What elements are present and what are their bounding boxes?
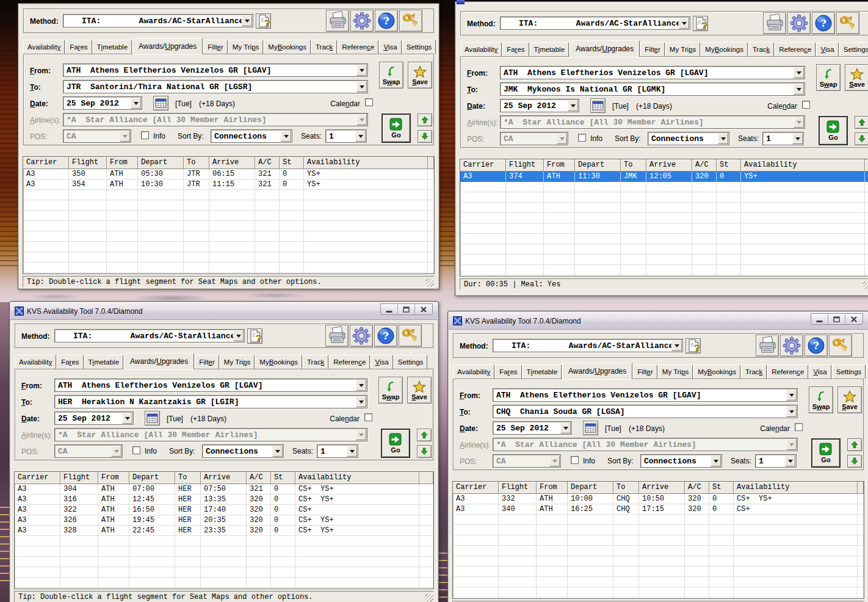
method-select[interactable]: ITA: Awards/AC-StarAlliance xyxy=(63,14,253,27)
help-button[interactable]: ? xyxy=(812,12,835,34)
titlebar[interactable]: KVS Availability Tool 7.0.4/Diamond xyxy=(10,302,438,320)
resize-grip[interactable] xyxy=(425,594,433,602)
column-header-from[interactable]: From xyxy=(537,482,568,494)
column-header-flight[interactable]: Flight xyxy=(60,472,98,484)
date-select[interactable]: 25 Sep 2012 xyxy=(493,421,572,435)
dropdown-arrow-button[interactable] xyxy=(568,100,578,111)
dropdown-arrow-button[interactable] xyxy=(718,133,728,144)
to-select[interactable]: JMK Mykonos Is National GR [LGMK] xyxy=(500,82,805,96)
column-header-carrier[interactable]: Carrier xyxy=(15,472,60,484)
tab-visa[interactable]: Visa xyxy=(809,364,831,379)
save-button[interactable]: Save xyxy=(407,377,432,404)
method-select[interactable]: ITA: Awards/AC-StarAlliance xyxy=(54,329,245,343)
table-row[interactable]: A3354ATH10:30JTR11:153210YS+ xyxy=(23,180,434,190)
help-button[interactable]: ? xyxy=(805,335,828,357)
next-day-button[interactable] xyxy=(855,132,868,145)
save-button[interactable]: Save xyxy=(408,62,432,89)
tab-awards-upgrades[interactable]: Awards/Upgrades xyxy=(124,353,194,369)
column-header-depart[interactable]: Depart xyxy=(129,472,175,484)
tab-availability[interactable]: Availability xyxy=(460,42,502,56)
seats-select[interactable]: 1 xyxy=(762,132,804,145)
dropdown-arrow-button[interactable] xyxy=(281,131,291,142)
column-header-depart[interactable]: Depart xyxy=(575,159,621,172)
column-header-carrier[interactable]: Carrier xyxy=(460,159,506,172)
method-select[interactable]: ITA: Awards/AC-StarAlliance xyxy=(493,339,683,352)
previous-day-button[interactable] xyxy=(847,438,862,451)
titlebar[interactable]: KVS Availability Tool 7.0.4/Diamond xyxy=(449,312,868,330)
column-header-st[interactable]: St xyxy=(271,472,295,484)
column-header-arrive[interactable]: Arrive xyxy=(209,157,255,169)
context-help-button[interactable]: ? xyxy=(693,16,708,31)
next-day-button[interactable] xyxy=(417,445,432,458)
go-button[interactable]: Go xyxy=(382,114,411,143)
tab-my-trips[interactable]: My Trips xyxy=(658,364,693,379)
previous-day-button[interactable] xyxy=(855,116,868,129)
column-header-from[interactable]: From xyxy=(544,159,575,172)
calendar-picker-button[interactable] xyxy=(145,411,160,426)
tab-availability[interactable]: Availability xyxy=(15,355,56,369)
dropdown-arrow-button[interactable] xyxy=(242,15,252,26)
sort-by-select[interactable]: Connections xyxy=(648,132,729,145)
column-header-st[interactable]: St xyxy=(709,482,734,494)
tab-reference[interactable]: Reference xyxy=(329,355,370,369)
close-button[interactable] xyxy=(845,314,863,324)
dropdown-arrow-button[interactable] xyxy=(122,413,132,424)
dropdown-arrow-button[interactable] xyxy=(679,18,689,29)
column-header-flight[interactable]: Flight xyxy=(499,482,537,494)
gear-button[interactable] xyxy=(350,325,373,347)
dropdown-arrow-button[interactable] xyxy=(356,380,366,391)
dropdown-arrow-button[interactable] xyxy=(786,390,797,401)
table-row[interactable]: A3374ATH11:30JMK12:053200YS+ xyxy=(460,172,868,182)
tab-track[interactable]: Track xyxy=(311,40,337,54)
column-header-carrier[interactable]: Carrier xyxy=(453,482,499,494)
tab-my-trips[interactable]: My Trips xyxy=(228,40,263,54)
tab-settings[interactable]: Settings xyxy=(402,40,436,54)
column-header-availability[interactable]: Availability xyxy=(741,159,865,172)
minimize-button[interactable] xyxy=(811,314,828,324)
tab-track[interactable]: Track xyxy=(748,42,774,56)
calendar-picker-button[interactable] xyxy=(153,96,168,111)
info-checkbox[interactable] xyxy=(578,134,586,142)
tab-fares[interactable]: Fares xyxy=(495,364,521,379)
sort-by-select[interactable]: Connections xyxy=(640,454,722,468)
column-header-availability[interactable]: Availability xyxy=(295,472,419,484)
column-header-from[interactable]: From xyxy=(107,157,138,169)
method-select[interactable]: ITA: Awards/AC-StarAlliance xyxy=(500,16,690,30)
tab-settings[interactable]: Settings xyxy=(839,42,868,56)
tab-fares[interactable]: Fares xyxy=(57,355,83,369)
close-button[interactable] xyxy=(415,304,432,314)
help-button[interactable]: ? xyxy=(375,10,398,32)
tab-reference[interactable]: Reference xyxy=(775,42,816,56)
table-row[interactable]: A3322ATH16:50HER17:403200CS+ xyxy=(15,505,433,515)
tab-awards-upgrades[interactable]: Awards/Upgrades xyxy=(570,40,640,57)
tab-my-bookings[interactable]: My Bookings xyxy=(264,40,311,54)
next-day-button[interactable] xyxy=(418,130,432,143)
tab-filter[interactable]: Filter xyxy=(633,364,657,379)
sort-by-select[interactable]: Connections xyxy=(211,129,292,143)
resize-grip[interactable] xyxy=(426,279,434,287)
tab-awards-upgrades[interactable]: Awards/Upgrades xyxy=(132,38,203,54)
seats-select[interactable]: 1 xyxy=(755,454,797,468)
keys-button[interactable] xyxy=(399,10,422,32)
column-header-to[interactable]: To xyxy=(175,472,201,484)
tab-awards-upgrades[interactable]: Awards/Upgrades xyxy=(562,363,632,379)
column-header-arrive[interactable]: Arrive xyxy=(646,159,692,172)
dropdown-arrow-button[interactable] xyxy=(794,84,804,95)
seats-select[interactable]: 1 xyxy=(325,129,367,143)
calendar-picker-button[interactable] xyxy=(583,421,598,435)
keys-button[interactable] xyxy=(829,335,852,357)
gear-button[interactable] xyxy=(787,12,811,34)
column-header-availability[interactable]: Availability xyxy=(734,482,858,494)
table-row[interactable]: A3332ATH10:00CHQ10:503200CS+ YS+ xyxy=(453,494,864,504)
dropdown-arrow-button[interactable] xyxy=(671,340,682,351)
column-header-a-c[interactable]: A/C xyxy=(685,482,709,494)
table-row[interactable]: A3350ATH05:30JTR06:153210YS+ xyxy=(23,169,434,180)
column-header-a-c[interactable]: A/C xyxy=(247,472,271,484)
date-select[interactable]: 25 Sep 2012 xyxy=(500,99,579,112)
keys-button[interactable] xyxy=(399,325,422,347)
calendar-checkbox[interactable] xyxy=(795,423,803,431)
table-row[interactable]: A3340ATH16:25CHQ17:153200CS+ xyxy=(453,504,864,515)
tab-my-bookings[interactable]: My Bookings xyxy=(255,355,302,369)
tab-my-trips[interactable]: My Trips xyxy=(665,42,700,56)
tab-fares[interactable]: Fares xyxy=(502,42,529,56)
